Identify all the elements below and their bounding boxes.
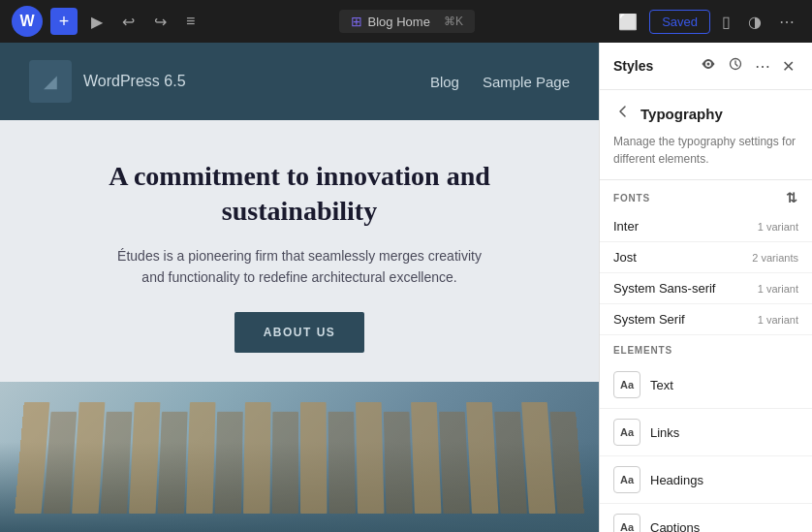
font-variants-inter: 1 variant (758, 221, 798, 233)
shortcut-label: ⌘K (444, 15, 463, 28)
font-name-inter: Inter (613, 219, 639, 234)
font-variants-serif: 1 variant (758, 314, 798, 326)
fonts-label-text: FONTS (613, 193, 650, 203)
font-item-inter[interactable]: Inter 1 variant (600, 211, 812, 242)
element-label-headings: Headings (650, 473, 703, 487)
site-logo-area: ◢ WordPress 6.5 (29, 60, 186, 103)
panel-more-button[interactable]: ⋯ (751, 55, 774, 78)
font-item-serif[interactable]: System Serif 1 variant (600, 304, 812, 335)
element-item-text[interactable]: Aa Text (600, 361, 812, 409)
nav-blog[interactable]: Blog (430, 74, 459, 90)
hero-paragraph: Études is a pioneering firm that seamles… (106, 245, 493, 289)
page-icon: ⊞ (351, 14, 362, 29)
main-layout: ◢ WordPress 6.5 Blog Sample Page A commi… (0, 43, 812, 532)
building-line-4 (101, 411, 133, 513)
undo-button[interactable]: ↩ (116, 9, 141, 35)
building-line-7 (186, 402, 215, 514)
site-header: ◢ WordPress 6.5 Blog Sample Page (0, 43, 599, 120)
font-name-sans-serif: System Sans-serif (613, 281, 715, 296)
canvas: ◢ WordPress 6.5 Blog Sample Page A commi… (0, 43, 599, 532)
back-arrow-icon (615, 104, 631, 119)
eye-button[interactable] (697, 54, 720, 78)
font-item-sans-serif[interactable]: System Sans-serif 1 variant (600, 273, 812, 304)
building-line-10 (272, 411, 298, 513)
svg-point-0 (707, 63, 710, 66)
toolbar-center: ⊞ Blog Home ⌘K (208, 10, 605, 33)
element-label-text: Text (650, 378, 673, 392)
building-line-8 (215, 411, 243, 513)
site-preview: ◢ WordPress 6.5 Blog Sample Page A commi… (0, 43, 599, 532)
building-line-5 (129, 402, 160, 514)
more-options-button[interactable]: ⋯ (773, 9, 800, 35)
add-button[interactable]: + (50, 8, 78, 35)
building-line-14 (384, 411, 413, 513)
element-item-captions[interactable]: Aa Captions (600, 504, 812, 532)
history-button[interactable] (724, 54, 747, 78)
elements-label-text: ELEMENTS (613, 345, 672, 356)
hero-heading: A commitment to innovation and sustainab… (29, 159, 570, 230)
building-line-2 (44, 411, 78, 513)
elements-label: ELEMENTS (600, 335, 812, 361)
panel-title: Styles (613, 58, 653, 74)
text-aa-badge: Aa (613, 371, 640, 398)
filter-icon: ⇅ (786, 190, 798, 205)
element-item-headings[interactable]: Aa Headings (600, 456, 812, 504)
history-icon (728, 56, 743, 72)
element-item-links[interactable]: Aa Links (600, 409, 812, 456)
site-image (0, 382, 599, 532)
building-line-20 (549, 411, 584, 513)
back-button[interactable] (613, 102, 633, 125)
site-title: WordPress 6.5 (83, 73, 186, 90)
building-decoration (15, 402, 584, 514)
typography-description: Manage the typography settings for diffe… (600, 125, 812, 180)
redo-button[interactable]: ↪ (148, 9, 172, 35)
building-line-9 (243, 402, 270, 514)
links-aa-badge: Aa (613, 419, 640, 446)
toolbar: W + ▶ ↩ ↪ ≡ ⊞ Blog Home ⌘K ⬜ Saved ▯ ◑ ⋯ (0, 0, 812, 43)
nav-sample-page[interactable]: Sample Page (483, 74, 570, 90)
font-variants-sans-serif: 1 variant (758, 283, 798, 295)
about-us-button[interactable]: ABOUT US (234, 312, 365, 353)
font-variants-jost: 2 variants (752, 252, 798, 264)
typography-title: Typography (640, 106, 723, 122)
font-name-serif: System Serif (613, 312, 685, 327)
building-line-13 (356, 402, 384, 514)
captions-aa-badge: Aa (613, 514, 640, 532)
building-line-16 (439, 411, 470, 513)
headings-aa-badge: Aa (613, 466, 640, 493)
wp-logo-text: W (19, 13, 34, 30)
play-button[interactable]: ▶ (85, 9, 109, 35)
building-line-11 (300, 402, 327, 514)
typography-section-header: Typography (600, 90, 812, 125)
elements-list: Aa Text Aa Links Aa Headings Aa Captions… (600, 361, 812, 532)
building-line-17 (466, 402, 498, 514)
page-label: Blog Home (368, 15, 430, 29)
building-line-15 (411, 402, 441, 514)
building-line-3 (72, 402, 105, 514)
fonts-label: FONTS ⇅ (600, 180, 812, 211)
desktop-view-button[interactable]: ⬜ (612, 9, 643, 35)
contrast-button[interactable]: ◑ (742, 9, 767, 35)
site-logo-placeholder: ◢ (29, 60, 72, 103)
element-label-captions: Captions (650, 520, 700, 533)
building-line-6 (158, 411, 188, 513)
fonts-list: Inter 1 variant Jost 2 variants System S… (600, 211, 812, 335)
panel-header: Styles ⋯ ✕ (600, 43, 812, 90)
wp-logo[interactable]: W (12, 6, 43, 37)
site-hero: A commitment to innovation and sustainab… (0, 120, 599, 382)
saved-button[interactable]: Saved (649, 10, 710, 34)
panel-close-button[interactable]: ✕ (778, 55, 798, 78)
page-label-container[interactable]: ⊞ Blog Home ⌘K (339, 10, 475, 33)
element-label-links: Links (650, 425, 679, 440)
panel-header-icons: ⋯ ✕ (697, 54, 798, 78)
list-button[interactable]: ≡ (180, 9, 201, 34)
eye-icon (701, 56, 716, 72)
building-line-12 (328, 411, 356, 513)
font-item-jost[interactable]: Jost 2 variants (600, 242, 812, 273)
toolbar-right: ⬜ Saved ▯ ◑ ⋯ (612, 9, 800, 35)
site-nav: Blog Sample Page (430, 74, 570, 90)
font-name-jost: Jost (613, 250, 637, 265)
right-panel: Styles ⋯ ✕ (599, 43, 812, 532)
split-view-button[interactable]: ▯ (716, 9, 736, 35)
